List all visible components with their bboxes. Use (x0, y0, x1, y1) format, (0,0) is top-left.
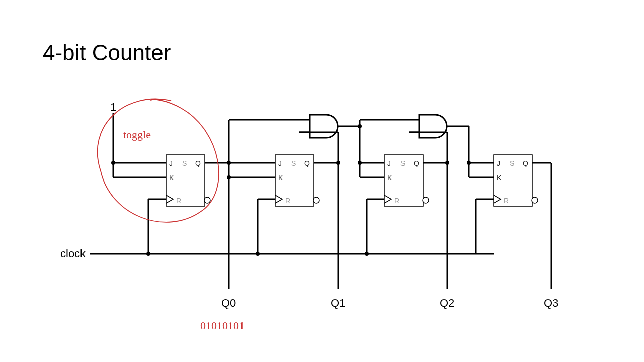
svg-text:J: J (387, 159, 391, 167)
annotation-sequence: 01010101 (200, 319, 245, 332)
annotation-toggle: toggle (123, 128, 151, 141)
svg-text:S: S (182, 159, 187, 167)
svg-text:K: K (169, 174, 174, 182)
svg-text:R: R (176, 197, 181, 205)
output-q1-label: Q1 (331, 297, 345, 309)
svg-point-55 (204, 197, 210, 203)
svg-text:J: J (169, 159, 173, 167)
svg-point-10 (256, 252, 260, 256)
jk-flipflop-1: J K S Q R (275, 155, 319, 206)
svg-text:R: R (394, 197, 399, 205)
svg-text:S: S (291, 159, 296, 167)
jk-flipflop-0: J K S Q R (166, 155, 210, 206)
svg-text:Q: Q (304, 159, 310, 167)
svg-text:K: K (278, 174, 283, 182)
svg-text:J: J (278, 159, 282, 167)
output-q0-label: Q0 (221, 297, 236, 309)
output-q2-label: Q2 (440, 297, 454, 309)
svg-point-30 (358, 124, 362, 128)
svg-text:K: K (497, 174, 502, 182)
clock-label: clock (60, 247, 86, 260)
svg-point-3 (111, 161, 115, 165)
circuit-diagram: J K S Q R J K S Q R J K S Q R J K S Q R … (0, 0, 644, 362)
svg-point-37 (445, 161, 449, 165)
svg-text:K: K (387, 174, 392, 182)
svg-text:Q: Q (414, 159, 419, 167)
svg-point-62 (313, 197, 319, 203)
jk-flipflop-3: J K S Q R (494, 155, 538, 206)
svg-text:Q: Q (195, 159, 201, 167)
svg-text:S: S (510, 159, 514, 167)
and-gate-1 (299, 115, 341, 138)
svg-text:R: R (504, 197, 509, 205)
jk-flipflop-2: J K S Q R (384, 155, 429, 206)
svg-text:Q: Q (523, 159, 528, 167)
svg-point-25 (336, 161, 340, 165)
svg-point-76 (532, 197, 538, 203)
svg-text:J: J (497, 159, 500, 167)
svg-text:R: R (285, 197, 290, 205)
svg-point-21 (227, 175, 231, 179)
svg-point-69 (423, 197, 429, 203)
svg-point-7 (146, 252, 150, 256)
input-1-label: 1 (110, 101, 116, 113)
svg-point-13 (365, 252, 369, 256)
output-q3-label: Q3 (544, 297, 558, 309)
svg-text:S: S (400, 159, 405, 167)
and-gate-2 (409, 115, 450, 138)
svg-point-42 (467, 161, 471, 165)
svg-point-33 (358, 161, 362, 165)
